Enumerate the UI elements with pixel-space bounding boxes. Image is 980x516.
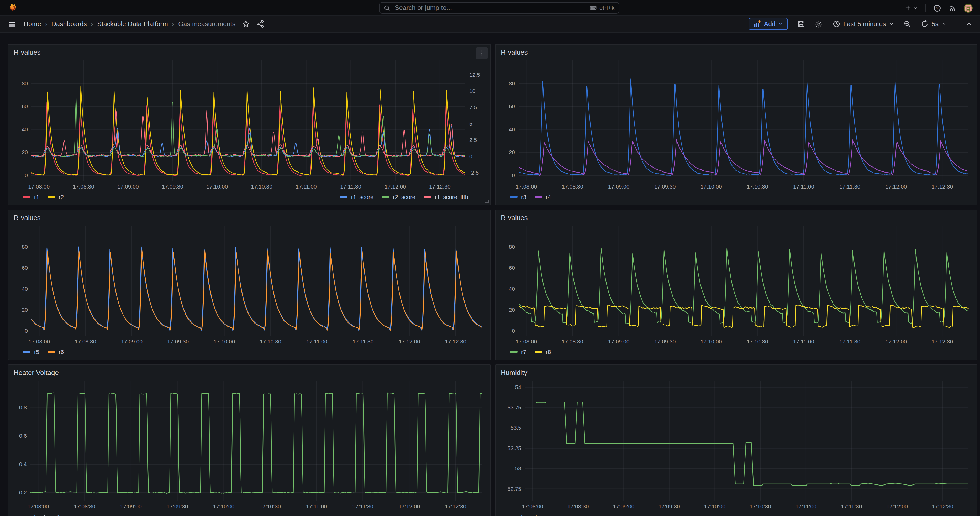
legend-item-r5[interactable]: r5 [23, 349, 39, 355]
legend-item-r6[interactable]: r6 [48, 349, 64, 355]
svg-text:60: 60 [22, 265, 28, 271]
chevron-down-icon [889, 22, 894, 26]
breadcrumb-current-dashboard: Gas measurements [178, 20, 235, 27]
svg-text:17:10:30: 17:10:30 [747, 339, 768, 344]
zoom-out-time-button[interactable] [904, 20, 911, 28]
legend-item-r2[interactable]: r2 [48, 194, 64, 200]
breadcrumb-dashboards[interactable]: Dashboards [51, 20, 87, 27]
svg-text:17:11:00: 17:11:00 [306, 503, 327, 510]
legend-label: r1_score_lttb [435, 194, 468, 200]
panel-resize-handle[interactable] [485, 199, 489, 203]
breadcrumb-home[interactable]: Home [24, 20, 41, 27]
zoom-out-icon [904, 20, 911, 28]
legend-item-r1_score[interactable]: r1_score [340, 194, 374, 200]
panel-header[interactable]: R-values [13, 213, 486, 224]
legend-item-r2_score[interactable]: r2_score [382, 194, 415, 200]
new-button[interactable] [904, 4, 918, 11]
plus-icon [904, 4, 912, 11]
svg-text:?: ? [936, 6, 939, 10]
legend-item-r1[interactable]: r1 [23, 194, 39, 200]
save-dashboard-button[interactable] [797, 20, 805, 28]
keyboard-icon [589, 4, 597, 11]
legend-item-humidity[interactable]: humidity [510, 514, 543, 516]
collapse-toolbar-button[interactable] [966, 21, 973, 27]
legend-item-heatervoltage[interactable]: heatervoltage [23, 514, 69, 516]
breadcrumb-folder[interactable]: Stackable Data Platform [97, 20, 168, 27]
svg-text:60: 60 [22, 103, 28, 109]
panel-title: R-values [14, 214, 41, 221]
svg-text:17:11:30: 17:11:30 [352, 503, 373, 510]
favorite-star-button[interactable] [242, 20, 250, 28]
panel-r-values-2: R-values 02040608017:08:0017:08:3017:09:… [495, 44, 977, 205]
legend-item-r4[interactable]: r4 [535, 194, 551, 200]
svg-text:0.4: 0.4 [19, 461, 27, 467]
share-button[interactable] [256, 20, 264, 28]
svg-text:17:09:00: 17:09:00 [613, 503, 634, 510]
svg-text:17:12:30: 17:12:30 [932, 503, 953, 510]
time-series-chart[interactable]: 0.20.40.60.817:08:0017:08:3017:09:0017:0… [13, 379, 486, 511]
dashboard-settings-button[interactable] [815, 20, 823, 28]
time-series-chart[interactable]: 52.755353.2553.553.755417:08:0017:08:301… [500, 379, 973, 511]
legend-label: r7 [521, 349, 527, 355]
svg-text:0: 0 [469, 153, 473, 159]
legend-swatch [535, 351, 542, 353]
panel-legend: r7r8 [500, 346, 973, 358]
divider [956, 20, 956, 28]
panel-header[interactable]: R-values [500, 213, 973, 224]
svg-text:60: 60 [509, 103, 515, 109]
top-nav-right: ? [904, 0, 973, 16]
time-series-chart[interactable]: 02040608017:08:0017:08:3017:09:0017:09:3… [500, 58, 973, 191]
legend-item-r7[interactable]: r7 [510, 349, 527, 355]
menu-toggle-button[interactable] [8, 20, 16, 28]
save-icon [797, 20, 805, 28]
panel-menu-button[interactable] [476, 47, 488, 59]
svg-text:17:10:30: 17:10:30 [259, 503, 281, 510]
help-button[interactable]: ? [933, 4, 941, 12]
svg-text:17:09:30: 17:09:30 [654, 339, 676, 344]
panel-title: R-values [501, 48, 528, 56]
svg-text:17:12:00: 17:12:00 [886, 503, 908, 510]
chevron-down-icon [913, 5, 918, 10]
legend-item-r8[interactable]: r8 [535, 349, 551, 355]
svg-text:20: 20 [509, 149, 515, 155]
svg-text:17:12:00: 17:12:00 [398, 503, 420, 510]
svg-text:17:08:00: 17:08:00 [29, 339, 50, 344]
legend-label: r5 [34, 349, 39, 355]
panel-header[interactable]: R-values [500, 48, 973, 58]
time-series-chart[interactable]: 02040608017:08:0017:08:3017:09:0017:09:3… [500, 224, 973, 346]
user-avatar[interactable] [964, 3, 973, 12]
svg-text:17:08:30: 17:08:30 [75, 339, 96, 344]
svg-text:-2.5: -2.5 [469, 170, 479, 176]
legend-swatch [48, 351, 55, 353]
news-rss-button[interactable] [948, 4, 956, 12]
add-panel-button[interactable]: Add [749, 18, 788, 30]
svg-text:17:11:30: 17:11:30 [839, 183, 860, 190]
chevron-down-icon [942, 22, 947, 26]
gear-icon [815, 20, 823, 28]
panel-header[interactable]: R-values [13, 48, 486, 58]
time-range-picker[interactable]: Last 5 minutes [832, 20, 894, 28]
svg-text:80: 80 [22, 244, 28, 250]
legend-label: r8 [546, 349, 551, 355]
svg-text:17:10:30: 17:10:30 [251, 183, 272, 190]
help-icon: ? [933, 4, 941, 12]
breadcrumb-separator: › [45, 21, 47, 27]
legend-item-r3[interactable]: r3 [510, 194, 527, 200]
svg-text:17:09:00: 17:09:00 [120, 503, 142, 510]
svg-text:17:11:30: 17:11:30 [839, 339, 860, 344]
global-search[interactable]: ctrl+k [379, 2, 619, 14]
panel-header[interactable]: Humidity [500, 368, 973, 379]
chevron-up-icon [966, 21, 973, 27]
panel-header[interactable]: Heater Voltage [13, 368, 486, 379]
time-series-chart[interactable]: 02040608017:08:0017:08:3017:09:0017:09:3… [13, 224, 486, 346]
legend-item-r1_score_lttb[interactable]: r1_score_lttb [424, 194, 468, 200]
grafana-logo-icon[interactable] [8, 3, 18, 13]
legend-label: r2 [59, 194, 64, 200]
search-input[interactable] [394, 4, 586, 12]
clock-icon [832, 20, 840, 28]
svg-text:5: 5 [469, 121, 473, 127]
time-series-chart[interactable]: 020406080-2.502.557.51012.517:08:0017:08… [13, 58, 486, 191]
refresh-picker[interactable]: 5s [921, 20, 947, 28]
svg-text:0.6: 0.6 [19, 433, 27, 439]
refresh-interval-label: 5s [932, 20, 939, 27]
